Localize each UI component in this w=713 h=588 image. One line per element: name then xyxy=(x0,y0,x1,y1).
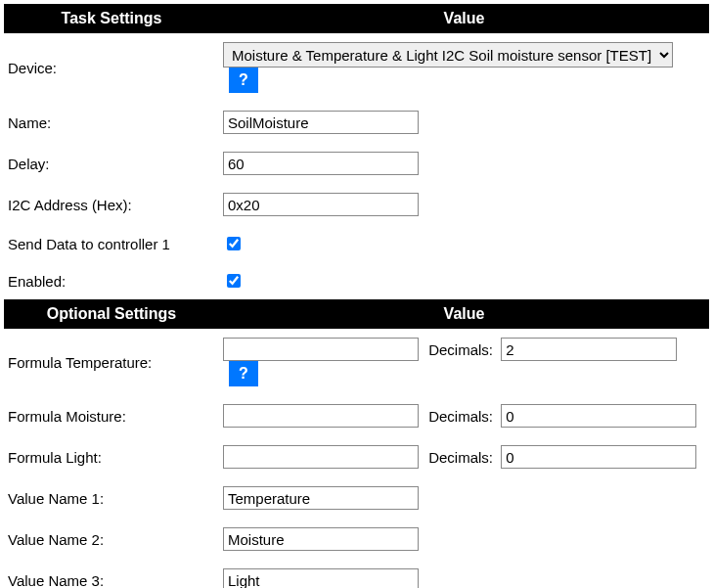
senddata-checkbox[interactable] xyxy=(227,237,241,250)
value-name-2-input[interactable] xyxy=(223,527,419,551)
formula-light-label: Formula Light: xyxy=(4,436,219,477)
task-settings-header: Task Settings xyxy=(4,4,219,33)
device-label: Device: xyxy=(4,33,219,102)
formula-temp-label: Formula Temperature: xyxy=(4,329,219,395)
optional-settings-header: Optional Settings xyxy=(4,299,219,329)
enabled-checkbox[interactable] xyxy=(227,274,241,288)
senddata-label: Send Data to controller 1 xyxy=(4,225,219,262)
formula-moist-label: Formula Moisture: xyxy=(4,395,219,436)
delay-label: Delay: xyxy=(4,143,219,184)
decimals-label-temp: Decimals: xyxy=(428,341,493,358)
name-label: Name: xyxy=(4,102,219,143)
task-settings-value-header: Value xyxy=(219,4,709,33)
i2c-input[interactable] xyxy=(223,193,419,216)
formula-moist-input[interactable] xyxy=(223,404,419,428)
enabled-label: Enabled: xyxy=(4,262,219,299)
decimals-moist-input[interactable] xyxy=(501,404,696,428)
optional-settings-value-header: Value xyxy=(219,299,709,329)
value-name-3-input[interactable] xyxy=(223,568,419,588)
vn2-label: Value Name 2: xyxy=(4,519,219,560)
decimals-label-moist: Decimals: xyxy=(428,408,493,425)
decimals-temp-input[interactable] xyxy=(501,338,677,361)
decimals-light-input[interactable] xyxy=(501,445,696,469)
name-input[interactable] xyxy=(223,111,419,134)
help-button-formula[interactable]: ? xyxy=(229,361,258,386)
formula-light-input[interactable] xyxy=(223,445,419,469)
i2c-label: I2C Address (Hex): xyxy=(4,184,219,225)
device-select[interactable]: Moisture & Temperature & Light I2C Soil … xyxy=(223,42,673,68)
vn3-label: Value Name 3: xyxy=(4,560,219,588)
value-name-1-input[interactable] xyxy=(223,486,419,510)
help-button-device[interactable]: ? xyxy=(229,68,258,93)
delay-input[interactable] xyxy=(223,152,419,175)
decimals-label-light: Decimals: xyxy=(428,449,493,466)
vn1-label: Value Name 1: xyxy=(4,477,219,519)
formula-temp-input[interactable] xyxy=(223,338,419,361)
